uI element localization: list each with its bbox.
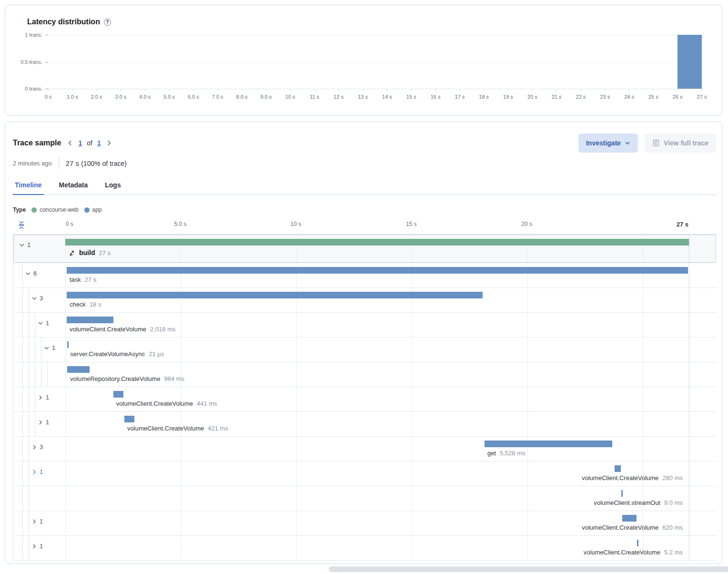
span-bar[interactable] [67,267,688,274]
expand-toggle[interactable]: 1 [31,518,43,525]
current-page-link[interactable]: 1 [78,139,82,147]
span-duration: 441 ms [197,400,217,407]
horizontal-scrollbar[interactable] [329,566,728,572]
waterfall-row[interactable]: 3get5,528 ms [13,437,716,461]
waterfall-row[interactable]: 1build27 s [13,235,716,263]
of-label: of [87,139,92,147]
view-full-trace-button[interactable]: View full trace [645,133,716,153]
waterfall-row[interactable]: 6task27 s [13,263,716,288]
span-bar[interactable] [67,341,69,348]
span-bar[interactable] [637,540,638,546]
x-axis-label: 1.0 s [67,94,78,100]
x-axis-tick [97,89,97,91]
span-bar[interactable] [67,366,90,373]
indent-guide [29,486,29,511]
ruler-label: 5.0 s [174,221,186,227]
ruler-label: 15 s [406,221,417,227]
indent-guide [35,412,35,436]
chevron-right-icon [31,469,37,475]
timeline-end-line [689,235,689,561]
expand-toggle[interactable]: 1 [38,394,49,401]
chevron-down-icon [25,271,31,277]
indent-guide [35,338,35,362]
span-bar[interactable] [615,465,621,472]
span-label: volumeClient.streamOut9.0 ms [594,499,683,506]
total-page-link[interactable]: 1 [97,139,101,147]
span-name: volumeRepository.CreateVolume [70,375,160,382]
view-full-trace-label: View full trace [664,139,708,147]
indent-guide [29,461,29,486]
span-name: server.CreateVolumeAsync [70,350,145,358]
span-bar[interactable] [621,490,623,497]
collapse-all-button[interactable] [16,219,27,231]
x-axis-tick [314,89,315,91]
expand-toggle[interactable]: 6 [25,270,37,277]
x-axis-tick [435,89,436,91]
x-axis-label: 8.0 s [236,94,248,100]
waterfall-row[interactable]: 1volumeClient.CreateVolume620 ms [13,511,716,536]
chevron-down-icon [38,320,43,326]
span-duration: 5,528 ms [500,450,525,457]
waterfall-row[interactable]: 1volumeClient.CreateVolume280 ms [13,461,716,486]
investigate-button[interactable]: Investigate [578,133,638,153]
span-bar[interactable] [124,416,134,422]
span-bar[interactable] [622,515,637,522]
span-bar[interactable] [67,317,113,323]
chevron-down-icon [19,242,25,248]
chevron-down-icon [31,296,37,301]
legend-dot-icon [84,207,90,213]
expand-toggle[interactable]: 3 [31,295,43,302]
x-axis-label: 24 s [624,94,634,100]
expand-toggle[interactable]: 1 [31,468,43,475]
tab-logs[interactable]: Logs [103,177,122,195]
waterfall-row[interactable]: volumeRepository.CreateVolume964 ms [13,362,716,387]
expand-toggle[interactable]: 1 [38,419,49,426]
tab-timeline[interactable]: Timeline [13,177,44,195]
span-bar[interactable] [67,292,483,298]
timeline-gridline [527,235,528,561]
waterfall-row[interactable]: 1volumeClient.CreateVolume421 ms [13,412,716,437]
chevron-left-icon[interactable] [67,140,73,146]
child-count: 3 [40,443,43,451]
indent-guide [35,362,35,387]
span-label: volumeClient.CreateVolume280 ms [582,474,683,482]
trace-pagination: 1 of 1 [67,139,112,147]
expand-toggle[interactable]: 1 [44,344,55,351]
legend-label: app [92,206,102,213]
investigate-label: Investigate [586,139,621,147]
tab-metadata[interactable]: Metadata [57,177,90,195]
expand-toggle[interactable]: 1 [38,319,49,327]
waterfall-row[interactable]: 1volumeClient.CreateVolume2,018 ms [13,313,716,338]
x-axis-label: 15 s [406,94,416,100]
latency-histogram: 1 trans.0.5 trans.0 trans.0 s1.0 s2.0 s3… [48,35,702,89]
indent-guide [22,412,23,436]
waterfall-row[interactable]: 1volumeClient.CreateVolume441 ms [13,387,716,412]
timeline-gridline [643,235,643,561]
expand-toggle[interactable]: 1 [19,241,30,248]
span-label: build27 s [68,249,111,256]
span-bar[interactable] [65,239,689,246]
x-axis-label: 13 s [358,94,368,100]
waterfall-row[interactable]: 1volumeClient.CreateVolume5.2 ms [13,536,716,561]
indent-guide [47,362,48,387]
waterfall-row[interactable]: volumeClient.streamOut9.0 ms [13,486,716,511]
indent-guide [29,362,29,387]
x-axis-tick [339,89,339,91]
span-bar[interactable] [113,391,123,398]
indent-guide [22,338,23,362]
ruler-label: 27 s [677,221,688,228]
histogram-bar[interactable] [677,35,702,89]
chevron-right-icon[interactable] [106,140,112,146]
indent-guide [22,263,23,287]
span-label: server.CreateVolumeAsync21 µs [70,350,164,358]
expand-toggle[interactable]: 3 [31,443,43,451]
span-bar[interactable] [485,441,612,447]
waterfall-row[interactable]: 1server.CreateVolumeAsync21 µs [13,338,716,362]
question-circle-icon[interactable]: ? [104,19,111,26]
indent-guide [22,437,23,461]
waterfall-row[interactable]: 3check18 s [13,288,716,313]
x-axis-label: 17 s [455,94,465,100]
x-axis-label: 4.0 s [139,94,151,100]
expand-toggle[interactable]: 1 [31,543,43,550]
child-count: 1 [40,468,43,475]
